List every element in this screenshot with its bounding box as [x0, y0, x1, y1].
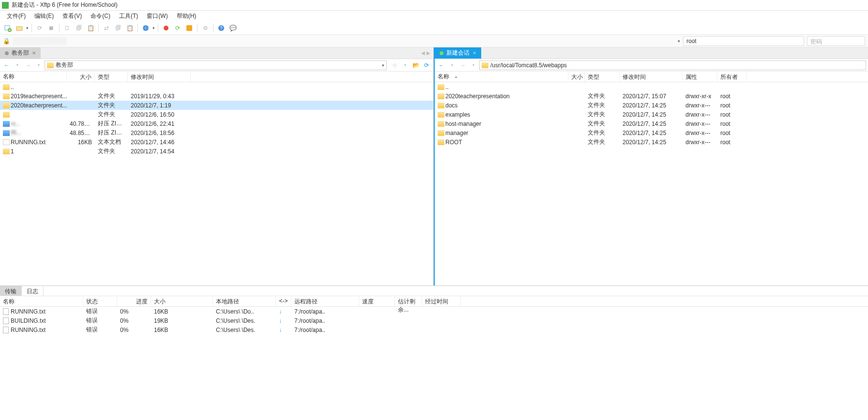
- refresh-button[interactable]: ⟳: [173, 23, 183, 33]
- file-row[interactable]: 2019teacherpresent...文件夹2019/11/29, 0:43: [0, 91, 433, 101]
- tab-transfer[interactable]: 传输: [0, 286, 22, 296]
- transfer-row[interactable]: BUILDING.txt错误0%19KBC:\Users\ \Des.↓ 7:/…: [0, 316, 868, 325]
- file-row[interactable]: nt...40.78MB好压 ZIP ...2020/12/6, 22:41: [0, 119, 433, 128]
- forward-button[interactable]: →: [458, 60, 468, 70]
- file-date: 2020/12/6, 16:50: [128, 111, 191, 118]
- col-name[interactable]: 名称: [0, 72, 67, 82]
- separator: [137, 24, 138, 32]
- up-folder-button[interactable]: 📂: [411, 60, 421, 70]
- transfer-list[interactable]: RUNNING.txt错误0%16KBC:\Users\ \Do..↓ 7:/r…: [0, 307, 868, 342]
- tab-prev-icon[interactable]: ◀: [421, 50, 425, 56]
- file-row[interactable]: 1文件夹2020/12/7, 14:54: [0, 147, 433, 156]
- file-row[interactable]: ROOT文件夹2020/12/7, 14:25drwxr-x---root: [435, 137, 868, 147]
- file-row[interactable]: manager文件夹2020/12/7, 14:25drwxr-x---root: [435, 128, 868, 137]
- username-field[interactable]: root: [683, 36, 804, 46]
- remote-tab[interactable]: 新建会话 ✕: [435, 47, 481, 59]
- forward-button[interactable]: →: [23, 60, 33, 70]
- fav-dropdown-icon[interactable]: ▾: [400, 60, 410, 70]
- tcol-eta[interactable]: 估计剩余...: [395, 296, 422, 306]
- file-date: 2020/12/7, 14:46: [128, 139, 191, 146]
- new-session-button[interactable]: [3, 23, 13, 33]
- file-row[interactable]: ..: [0, 82, 433, 91]
- file-row[interactable]: docs文件夹2020/12/7, 14:25drwxr-x---root: [435, 101, 868, 110]
- transfer-row[interactable]: RUNNING.txt错误0%16KBC:\Users\ \Des.↓ 7:/r…: [0, 325, 868, 334]
- file-row[interactable]: 网...48.85MB好压 ZIP ...2020/12/6, 18:56: [0, 128, 433, 137]
- file-row[interactable]: 文件夹2020/12/6, 16:50: [0, 110, 433, 119]
- menu-command[interactable]: 命令(C): [87, 11, 114, 21]
- local-file-list[interactable]: ..2019teacherpresent...文件夹2019/11/29, 0:…: [0, 82, 433, 285]
- disconnect-button[interactable]: ⏹: [46, 23, 56, 33]
- help-button[interactable]: ?: [216, 23, 226, 33]
- menu-edit[interactable]: 编辑(E): [30, 11, 58, 21]
- file-row[interactable]: host-manager文件夹2020/12/7, 14:25drwxr-x--…: [435, 119, 868, 128]
- open-dropdown-icon[interactable]: ▾: [26, 26, 29, 30]
- file-row[interactable]: 2020teacherpresent...文件夹2020/12/7, 1:19: [0, 101, 433, 110]
- file-type: 文件夹: [585, 129, 620, 137]
- local-tab[interactable]: 教务部 ✕: [0, 47, 41, 59]
- back-dropdown-icon[interactable]: ▾: [447, 60, 457, 70]
- col-permissions[interactable]: 属性: [683, 72, 717, 82]
- paste2-button[interactable]: 📋: [125, 23, 135, 33]
- stop-button[interactable]: [161, 23, 171, 33]
- globe-button[interactable]: [141, 23, 151, 33]
- tcol-progress[interactable]: 进度: [117, 296, 151, 306]
- back-button[interactable]: ←: [2, 60, 12, 70]
- remote-path-input[interactable]: /usr/local/Tomcat8.5/webapps: [479, 60, 866, 70]
- menu-help[interactable]: 帮助(H): [173, 11, 200, 21]
- col-name[interactable]: 名称: [435, 72, 568, 82]
- download-arrow-icon: ↓: [279, 327, 282, 333]
- menu-view[interactable]: 查看(V): [59, 11, 86, 21]
- host-dropdown-icon[interactable]: ▾: [678, 39, 680, 44]
- copy2-button[interactable]: 🗐: [113, 23, 123, 33]
- tcol-status[interactable]: 状态: [83, 296, 117, 306]
- menu-window[interactable]: 窗口(W): [143, 11, 171, 21]
- col-owner[interactable]: 所有者: [717, 72, 746, 82]
- tcol-direction[interactable]: <->: [276, 296, 291, 306]
- reconnect-button[interactable]: ⟳: [35, 23, 45, 33]
- xshell-button[interactable]: [184, 23, 194, 33]
- tab-next-icon[interactable]: ▶: [426, 50, 430, 56]
- forward-dropdown-icon[interactable]: ▾: [469, 60, 478, 70]
- chat-button[interactable]: 💬: [228, 23, 238, 33]
- path-dropdown-icon[interactable]: ▾: [382, 63, 384, 68]
- globe-dropdown-icon[interactable]: ▾: [152, 26, 155, 30]
- paste-button[interactable]: 📋: [86, 23, 95, 33]
- col-type[interactable]: 类型: [585, 72, 620, 82]
- back-dropdown-icon[interactable]: ▾: [13, 60, 22, 70]
- col-type[interactable]: 类型: [95, 72, 128, 82]
- forward-dropdown-icon[interactable]: ▾: [34, 60, 44, 70]
- password-field[interactable]: 密码: [807, 36, 865, 46]
- transfer-row[interactable]: RUNNING.txt错误0%16KBC:\Users\ \Do..↓ 7:/r…: [0, 307, 868, 316]
- transfer-localpath: C:\Users\ \Des.: [213, 317, 276, 324]
- refresh-local-button[interactable]: ⟳: [422, 60, 431, 70]
- tcol-localpath[interactable]: 本地路径: [213, 296, 276, 306]
- local-path-input[interactable]: 教务部 ▾: [45, 60, 387, 70]
- close-tab-icon[interactable]: ✕: [472, 50, 476, 56]
- tcol-size[interactable]: 大小: [151, 296, 213, 306]
- open-button[interactable]: [15, 23, 24, 33]
- menu-tools[interactable]: 工具(T): [115, 11, 142, 21]
- tcol-speed[interactable]: 速度: [359, 296, 395, 306]
- file-row[interactable]: examples文件夹2020/12/7, 14:25drwxr-x---roo…: [435, 110, 868, 119]
- tcol-name[interactable]: 名称: [0, 296, 83, 306]
- col-modified[interactable]: 修改时间: [128, 72, 191, 82]
- file-row[interactable]: RUNNING.txt16KB文本文档2020/12/7, 14:46: [0, 137, 433, 147]
- file-row[interactable]: 2020teacherpresentation文件夹2020/12/7, 15:…: [435, 91, 868, 101]
- transfer-size: 19KB: [151, 317, 213, 324]
- remote-file-list[interactable]: ..2020teacherpresentation文件夹2020/12/7, 1…: [435, 82, 868, 285]
- col-size[interactable]: 大小: [568, 72, 585, 82]
- file-row[interactable]: ..: [435, 82, 868, 91]
- back-button[interactable]: ←: [437, 60, 446, 70]
- favorite-icon[interactable]: ☆: [390, 60, 399, 70]
- sync-button[interactable]: ⇄: [102, 23, 111, 33]
- menu-file[interactable]: 文件(F): [3, 11, 30, 21]
- col-size[interactable]: 大小: [67, 72, 95, 82]
- new-file-button[interactable]: 🗋: [62, 23, 72, 33]
- copy-button[interactable]: 🗐: [74, 23, 84, 33]
- close-tab-icon[interactable]: ✕: [32, 50, 36, 56]
- col-modified[interactable]: 修改时间: [620, 72, 683, 82]
- settings-button[interactable]: ⚙: [200, 23, 210, 33]
- tcol-remotepath[interactable]: 远程路径: [291, 296, 359, 306]
- tab-log[interactable]: 日志: [22, 286, 44, 296]
- tcol-elapsed[interactable]: 经过时间: [422, 296, 461, 306]
